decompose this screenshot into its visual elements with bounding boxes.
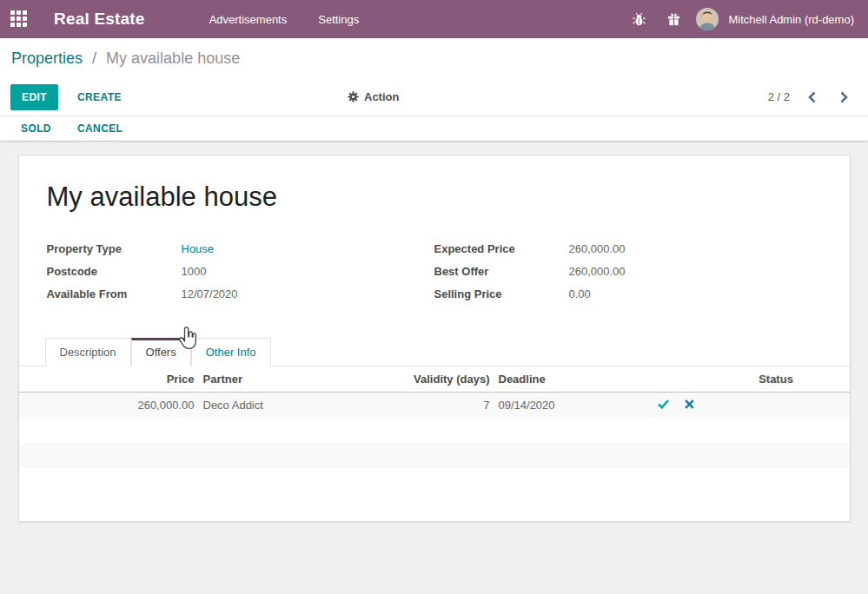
- column-header-refuse: [677, 366, 703, 393]
- breadcrumb-properties[interactable]: Properties: [11, 50, 83, 67]
- statusbar: SOLD CANCEL: [0, 116, 868, 142]
- offer-accept-cell: [651, 393, 677, 418]
- offer-partner-cell[interactable]: Deco Addict: [199, 393, 329, 418]
- control-panel: EDIT CREATE Action 2 / 2: [0, 78, 868, 116]
- apps-grid-icon[interactable]: [10, 10, 28, 28]
- breadcrumb-separator: /: [92, 50, 96, 67]
- form-sheet: My available house Property Type House P…: [18, 155, 851, 522]
- chevron-right-icon[interactable]: [834, 89, 854, 105]
- offer-price-cell[interactable]: 260,000.00: [19, 393, 199, 418]
- field-best-offer: Best Offer 260,000.00: [434, 265, 822, 278]
- tab-other-info[interactable]: Other Info: [191, 338, 271, 366]
- create-button[interactable]: CREATE: [72, 84, 127, 110]
- app-name[interactable]: Real Estate: [54, 10, 145, 29]
- field-expected-price: Expected Price 260,000.00: [434, 242, 822, 255]
- column-header-price[interactable]: Price: [19, 366, 199, 393]
- user-avatar[interactable]: [696, 8, 719, 30]
- property-type-link[interactable]: House: [182, 242, 215, 255]
- field-label: Best Offer: [434, 265, 569, 278]
- offer-deadline-cell[interactable]: 09/14/2020: [494, 393, 651, 418]
- sold-button[interactable]: SOLD: [21, 122, 51, 135]
- best-offer-value: 260,000.00: [569, 265, 626, 278]
- record-title: My available house: [47, 182, 822, 213]
- user-menu[interactable]: Mitchell Admin (rd-demo): [729, 13, 855, 26]
- pager: 2 / 2: [768, 89, 854, 105]
- field-label: Available From: [47, 287, 182, 300]
- field-property-type: Property Type House: [47, 242, 434, 255]
- column-header-status[interactable]: Status: [703, 366, 850, 393]
- selling-price-value: 0.00: [569, 287, 591, 300]
- edit-button[interactable]: EDIT: [10, 84, 58, 110]
- breadcrumb-current: My available house: [106, 50, 240, 67]
- field-selling-price: Selling Price 0.00: [434, 287, 822, 300]
- content-area: My available house Property Type House P…: [0, 142, 868, 594]
- action-menu[interactable]: Action: [348, 90, 399, 103]
- available-from-value: 12/07/2020: [182, 287, 238, 300]
- top-navbar: Real Estate Advertisements Settings: [0, 0, 868, 38]
- bug-icon[interactable]: [626, 6, 653, 32]
- field-groups: Property Type House Postcode 1000 Availa…: [47, 242, 822, 310]
- offer-refuse-cell: [677, 393, 703, 418]
- cancel-button[interactable]: CANCEL: [77, 122, 123, 135]
- chevron-left-icon[interactable]: [802, 89, 822, 105]
- field-label: Property Type: [47, 242, 182, 255]
- field-label: Postcode: [47, 265, 182, 278]
- tab-bar: Description Offers Other Info: [19, 338, 850, 366]
- expected-price-value: 260,000.00: [569, 242, 626, 255]
- menu-settings[interactable]: Settings: [306, 8, 371, 31]
- field-available-from: Available From 12/07/2020: [47, 287, 434, 300]
- column-header-deadline[interactable]: Deadline: [494, 366, 651, 393]
- field-postcode: Postcode 1000: [47, 265, 434, 278]
- tab-description[interactable]: Description: [45, 338, 131, 366]
- gear-icon: [348, 91, 359, 102]
- column-header-validity[interactable]: Validity (days): [329, 366, 494, 393]
- notebook: Description Offers Other Info Price Part…: [19, 338, 850, 468]
- column-header-accept: [651, 366, 677, 393]
- tab-offers[interactable]: Offers: [131, 338, 191, 366]
- pager-count: 2 / 2: [768, 90, 790, 103]
- offers-table: Price Partner Validity (days) Deadline S…: [19, 366, 850, 468]
- breadcrumb: Properties / My available house: [11, 50, 240, 68]
- check-icon[interactable]: [656, 399, 671, 412]
- column-header-partner[interactable]: Partner: [199, 366, 329, 393]
- empty-row: [19, 443, 850, 468]
- menu-advertisements[interactable]: Advertisements: [197, 8, 300, 31]
- action-label: Action: [364, 90, 399, 103]
- postcode-value: 1000: [182, 265, 207, 278]
- offer-validity-cell[interactable]: 7: [329, 393, 494, 418]
- field-group-right: Expected Price 260,000.00 Best Offer 260…: [434, 242, 822, 310]
- navbar-right: Mitchell Admin (rd-demo): [626, 6, 855, 32]
- offers-header-row: Price Partner Validity (days) Deadline S…: [19, 366, 850, 393]
- offer-row[interactable]: 260,000.00 Deco Addict 7 09/14/2020: [19, 393, 850, 418]
- field-group-left: Property Type House Postcode 1000 Availa…: [47, 242, 434, 310]
- gift-icon[interactable]: [661, 6, 687, 32]
- offer-status-cell: [703, 393, 850, 418]
- empty-row: [19, 418, 850, 443]
- field-label: Selling Price: [434, 287, 569, 300]
- times-icon[interactable]: [683, 399, 696, 412]
- breadcrumb-bar: Properties / My available house: [0, 38, 868, 78]
- nav-menus: Advertisements Settings: [197, 8, 372, 31]
- field-label: Expected Price: [434, 242, 569, 255]
